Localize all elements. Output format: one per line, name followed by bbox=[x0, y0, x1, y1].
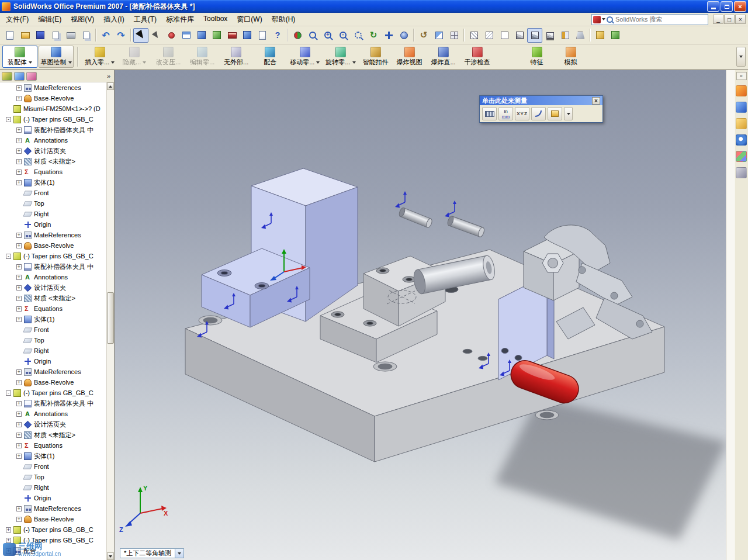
document-close-button[interactable]: × bbox=[735, 15, 746, 24]
toolbar-button[interactable] bbox=[224, 28, 240, 43]
tree-row[interactable]: Right bbox=[0, 209, 106, 219]
toolbar-button[interactable] bbox=[33, 28, 48, 43]
toolbar-button[interactable] bbox=[98, 28, 113, 43]
command-button[interactable]: 编辑零... bbox=[185, 46, 219, 68]
command-button[interactable]: 旋转零... bbox=[323, 46, 358, 68]
measure-toolbar[interactable]: 单击此处来测量 × inmm XYZ bbox=[479, 95, 603, 123]
toolbar-button[interactable] bbox=[148, 28, 164, 43]
expand-toggle[interactable]: + bbox=[16, 412, 22, 417]
tree-row[interactable]: + (-) Taper pins GB_GB_C bbox=[0, 524, 106, 535]
propertymanager-tab-icon[interactable] bbox=[14, 72, 25, 81]
measure-options-button[interactable] bbox=[564, 107, 573, 120]
expand-toggle[interactable]: + bbox=[16, 422, 22, 427]
expand-toggle[interactable]: + bbox=[16, 285, 22, 291]
scroll-thumb[interactable] bbox=[107, 292, 114, 344]
tree-row[interactable]: + Base-Revolve bbox=[0, 93, 106, 103]
expand-toggle[interactable]: + bbox=[16, 264, 22, 269]
toolbar-button[interactable] bbox=[240, 28, 255, 43]
configurationmanager-tab-icon[interactable] bbox=[26, 72, 37, 81]
tree-scrollbar[interactable] bbox=[106, 82, 114, 560]
taskpane-icon[interactable] bbox=[736, 118, 747, 129]
command-button[interactable]: 干涉检查 bbox=[460, 46, 494, 68]
command-button[interactable]: 爆炸直... bbox=[427, 46, 460, 68]
toolbar-button[interactable] bbox=[18, 28, 33, 43]
expand-toggle[interactable]: + bbox=[16, 180, 22, 185]
toolbar-button[interactable] bbox=[431, 28, 446, 43]
tree-row[interactable]: + MateReferences bbox=[0, 503, 106, 514]
command-button[interactable]: 插入零... bbox=[82, 46, 117, 68]
taskpane-icon[interactable] bbox=[736, 102, 747, 113]
expand-toggle[interactable]: - bbox=[6, 254, 11, 259]
model-pin-1[interactable] bbox=[398, 207, 433, 229]
toolbar-button[interactable] bbox=[255, 28, 270, 43]
command-button[interactable]: 特征 bbox=[520, 46, 554, 68]
command-manager-tab[interactable]: 装配体 bbox=[2, 46, 37, 68]
units-button[interactable]: inmm bbox=[498, 107, 513, 120]
tree-row[interactable]: Origin bbox=[0, 356, 106, 367]
3d-model-canvas[interactable]: Y X Z bbox=[115, 70, 726, 560]
command-button[interactable]: 隐藏... bbox=[117, 46, 151, 68]
search-input[interactable] bbox=[615, 16, 707, 23]
tree-row[interactable]: + 实体(1) bbox=[0, 314, 106, 324]
taskpane-icon[interactable] bbox=[736, 167, 747, 178]
document-restore-button[interactable]: □ bbox=[724, 15, 735, 24]
tree-row[interactable]: Right bbox=[0, 482, 106, 493]
tree-row[interactable]: + Annotations bbox=[0, 135, 106, 146]
featuremanager-tab-icon[interactable] bbox=[2, 72, 12, 81]
tree-row[interactable]: + Equations bbox=[0, 167, 106, 177]
close-button[interactable]: × bbox=[734, 1, 746, 12]
menu-item[interactable]: 编辑(E) bbox=[33, 13, 66, 26]
document-minimize-button[interactable]: _ bbox=[713, 15, 723, 24]
menu-item[interactable]: 工具(T) bbox=[129, 13, 161, 26]
solidworks-search-box[interactable] bbox=[591, 14, 708, 25]
taskpane-icon[interactable] bbox=[736, 85, 747, 96]
expand-toggle[interactable]: + bbox=[16, 96, 22, 101]
tree-row[interactable]: + 材质 <未指定> bbox=[0, 430, 106, 440]
toolbar-button[interactable] bbox=[366, 28, 381, 43]
tree-row[interactable]: Top bbox=[0, 472, 106, 482]
toolbar-button[interactable] bbox=[270, 28, 285, 43]
tree-row[interactable]: + Base-Revolve bbox=[0, 377, 106, 388]
toolbar-button[interactable] bbox=[527, 28, 542, 43]
toolbar-button[interactable] bbox=[290, 28, 305, 43]
tree-row[interactable]: Right bbox=[0, 345, 106, 356]
toolbar-button[interactable] bbox=[63, 28, 78, 43]
expand-toggle[interactable]: + bbox=[16, 506, 22, 511]
toolbar-button[interactable] bbox=[179, 28, 194, 43]
tree-row[interactable]: + 装配补偿器体夹具 中 bbox=[0, 125, 106, 135]
search-options-chevron-icon[interactable] bbox=[602, 18, 605, 20]
tree-row[interactable]: + 设计活页夹 bbox=[0, 419, 106, 430]
toolbar-button[interactable] bbox=[335, 28, 351, 43]
command-button[interactable]: 改变压... bbox=[151, 46, 185, 68]
expand-toggle[interactable]: + bbox=[16, 233, 22, 238]
menu-item[interactable]: 视图(V) bbox=[66, 13, 99, 26]
expand-toggle[interactable]: + bbox=[16, 369, 22, 375]
toolbar-button[interactable] bbox=[194, 28, 209, 43]
tree-row[interactable]: + Equations bbox=[0, 440, 106, 451]
scroll-down-button[interactable] bbox=[107, 552, 114, 560]
toolbar-button[interactable] bbox=[446, 28, 462, 43]
measure-close-button[interactable]: × bbox=[592, 97, 600, 105]
tree-row[interactable]: Top bbox=[0, 335, 106, 345]
export-button[interactable] bbox=[548, 107, 562, 120]
expand-toggle[interactable]: + bbox=[16, 433, 22, 438]
menu-item[interactable]: Toolbox bbox=[199, 13, 232, 26]
command-button[interactable]: 无外部... bbox=[219, 46, 253, 68]
toolbar-button[interactable] bbox=[209, 28, 224, 43]
tree-row[interactable]: + 材质 <未指定> bbox=[0, 156, 106, 167]
command-button[interactable]: 模拟 bbox=[554, 46, 588, 68]
expand-toggle[interactable]: - bbox=[6, 117, 11, 122]
toolbar-button[interactable] bbox=[608, 28, 623, 43]
menu-item[interactable]: 窗口(W) bbox=[232, 13, 266, 26]
command-button[interactable]: 移动零... bbox=[287, 46, 323, 68]
toolbar-button[interactable] bbox=[113, 28, 129, 43]
tree-row[interactable]: Misumi-FM250M<1>->? (D bbox=[0, 103, 106, 114]
tree-row[interactable]: + 材质 <未指定> bbox=[0, 293, 106, 303]
menu-item[interactable]: 标准件库 bbox=[161, 13, 199, 26]
expand-toggle[interactable]: + bbox=[16, 243, 22, 248]
expand-toggle[interactable]: + bbox=[16, 148, 22, 154]
restore-button[interactable] bbox=[721, 1, 733, 12]
toolbar-button[interactable] bbox=[2, 28, 18, 43]
menu-item[interactable]: 文件(F) bbox=[1, 13, 33, 26]
toolbar-button[interactable] bbox=[78, 28, 94, 43]
